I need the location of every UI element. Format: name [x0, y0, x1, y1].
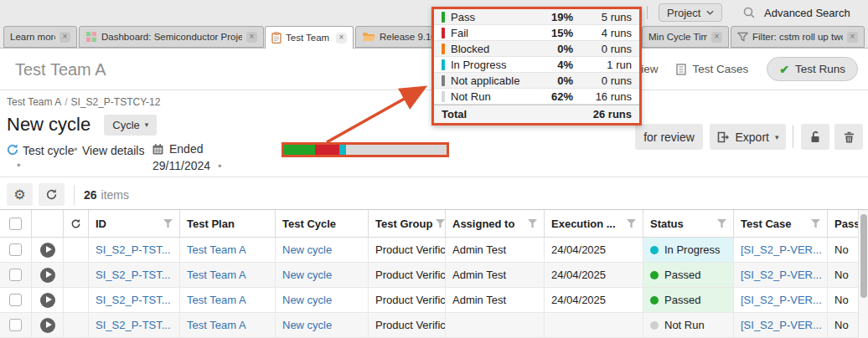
filter-icon[interactable]	[808, 219, 820, 228]
run-play-button[interactable]	[40, 243, 55, 258]
project-dropdown-label: Project	[667, 7, 700, 19]
select-all-checkbox[interactable]	[9, 218, 22, 230]
row-checkbox[interactable]	[9, 319, 22, 331]
status-color-bar	[442, 28, 445, 38]
breadcrumb-separator: /	[61, 96, 70, 108]
filter-icon[interactable]	[160, 219, 173, 228]
settings-button[interactable]: ⚙	[7, 183, 33, 206]
tab-dashboard[interactable]: Dashboard: Semiconductor Project... ×	[79, 26, 264, 48]
close-icon[interactable]: ×	[711, 32, 722, 43]
run-id-link[interactable]: SI_S2_P-TST...	[89, 238, 180, 262]
test-plan-link[interactable]: Test Team A	[180, 313, 276, 337]
header-test-group[interactable]: Test Group	[369, 210, 446, 237]
header-test-plan[interactable]: Test Plan	[180, 210, 276, 237]
page-title: Test Team A	[15, 49, 106, 90]
header-play-column	[32, 210, 64, 237]
actions-divider	[793, 125, 793, 148]
test-plan-link[interactable]: Test Team A	[180, 238, 276, 262]
section-divider	[0, 177, 868, 177]
row-checkbox[interactable]	[9, 243, 22, 256]
filter-icon[interactable]	[623, 219, 636, 228]
tab-learn-more[interactable]: Learn more ×	[3, 26, 77, 48]
assigned-to-cell: Admin Test	[446, 238, 545, 262]
search-icon[interactable]	[742, 6, 756, 23]
test-plan-link[interactable]: Test Team A	[180, 263, 276, 287]
advanced-search-link[interactable]: Advanced Search	[764, 7, 850, 19]
header-status[interactable]: Status	[643, 210, 734, 237]
toolbar-divider	[74, 185, 75, 205]
tab-test-team-a[interactable]: Test Team A ×	[265, 26, 354, 49]
execution-date-cell: 24/04/2025	[545, 238, 643, 262]
close-icon[interactable]: ×	[336, 33, 347, 44]
test-group-cell: Product Verific...	[369, 313, 446, 337]
filter-icon[interactable]	[432, 219, 445, 228]
tab-min-cycle-time[interactable]: Min Cycle Time... ×	[642, 26, 729, 48]
lock-button[interactable]	[801, 124, 829, 150]
test-runs-table: ID Test Plan Test Cycle Test Group Assig…	[0, 209, 868, 338]
run-id-link[interactable]: SI_S2_P-TST...	[89, 263, 180, 287]
header-assigned-to[interactable]: Assigned to	[446, 210, 545, 237]
test-cycle-link[interactable]: New cycle	[276, 263, 369, 287]
test-case-link[interactable]: [SI_S2_P-VER...	[734, 313, 828, 337]
total-runs: 26 runs	[573, 108, 632, 120]
header-execution[interactable]: Execution ...	[545, 210, 643, 237]
tooltip-row: Pass 19% 5 runs	[434, 9, 639, 25]
status-percent: 62%	[536, 90, 573, 103]
run-id-link[interactable]: SI_S2_P-TST...	[89, 288, 180, 312]
status-cell: Not Run	[643, 313, 734, 337]
project-dropdown[interactable]: Project	[659, 3, 722, 22]
scrollbar-thumb[interactable]	[860, 214, 867, 298]
status-runs: 16 runs	[573, 90, 632, 103]
status-name: Blocked	[451, 43, 536, 55]
row-checkbox[interactable]	[9, 269, 22, 281]
cycle-type-dropdown[interactable]: Cycle ▾	[104, 115, 157, 136]
run-play-button[interactable]	[40, 268, 55, 283]
annotation-arrow	[320, 80, 437, 149]
test-plan-link[interactable]: Test Team A	[180, 288, 276, 312]
tooltip-row: Not applicable 0% 0 runs	[434, 73, 639, 89]
status-name: Not Run	[451, 90, 536, 103]
header-id[interactable]: ID	[89, 210, 180, 237]
run-play-button[interactable]	[40, 293, 55, 308]
refresh-icon	[45, 188, 58, 201]
filter-icon[interactable]	[714, 219, 726, 228]
export-button[interactable]: Export ▾	[710, 124, 786, 150]
test-cycle-link[interactable]: New cycle	[276, 238, 369, 262]
test-case-link[interactable]: [SI_S2_P-VER...	[734, 263, 828, 287]
cycle-subtitle: Test cycle	[23, 144, 74, 157]
status-label: Passed	[664, 294, 700, 306]
test-case-link[interactable]: [SI_S2_P-VER...	[734, 238, 828, 262]
bullet-truncated: •	[218, 160, 222, 172]
review-button[interactable]: for review	[635, 124, 703, 150]
tooltip-row: Fail 15% 4 runs	[434, 25, 639, 41]
header-test-case[interactable]: Test Case	[734, 210, 828, 237]
unlock-icon	[809, 131, 821, 143]
status-cell: Passed	[643, 288, 734, 312]
delete-button[interactable]	[834, 124, 863, 150]
status-cell: In Progress	[643, 238, 734, 262]
cycle-title-row: New cycle Cycle ▾	[7, 114, 157, 136]
close-icon[interactable]: ×	[847, 32, 858, 43]
view-details-link[interactable]: View details	[82, 144, 144, 157]
run-play-button[interactable]	[40, 318, 55, 333]
filter-icon[interactable]	[524, 219, 537, 228]
tab-test-runs[interactable]: ✔ Test Runs	[767, 57, 858, 81]
test-group-cell: Product Verific...	[369, 263, 446, 287]
row-checkbox[interactable]	[9, 294, 22, 306]
test-case-link[interactable]: [SI_S2_P-VER...	[734, 288, 828, 312]
close-icon[interactable]: ×	[59, 32, 70, 43]
refresh-button[interactable]	[39, 183, 65, 206]
tab-filter[interactable]: Filter: cstm roll up two ×	[731, 26, 865, 48]
test-cycle-link[interactable]: New cycle	[276, 313, 369, 337]
test-cases-icon	[676, 64, 686, 75]
test-cycle-link[interactable]: New cycle	[276, 288, 369, 312]
status-name: In Progress	[451, 59, 536, 71]
breadcrumb-parent[interactable]: Test Team A	[7, 96, 61, 108]
tab-test-cases[interactable]: Test Cases	[676, 63, 748, 75]
view-tabs: Overview Test Cases ✔ Test Runs	[611, 57, 858, 81]
close-icon[interactable]: ×	[246, 32, 257, 43]
tooltip-row: Blocked 0% 0 runs	[434, 41, 639, 57]
header-test-cycle[interactable]: Test Cycle	[276, 210, 369, 237]
table-header: ID Test Plan Test Cycle Test Group Assig…	[0, 210, 868, 238]
run-id-link[interactable]: SI_S2_P-TST...	[89, 313, 180, 337]
